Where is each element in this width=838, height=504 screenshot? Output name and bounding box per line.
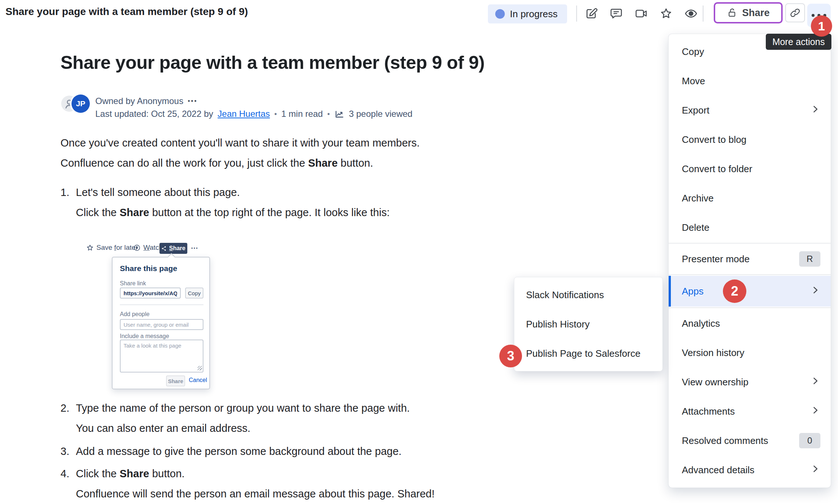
annotation-badge-3: 3 [499, 345, 522, 367]
share-button[interactable]: Share [714, 2, 783, 23]
submenu-item-slack-notifications[interactable]: Slack Notifications [514, 280, 662, 310]
comments-button[interactable] [609, 6, 624, 21]
eye-icon [684, 7, 698, 20]
annotation-badge-1: 1 [811, 15, 832, 37]
watch-button[interactable] [683, 6, 699, 21]
dialog-share-button: Share [166, 375, 185, 386]
chevron-right-icon [810, 104, 820, 117]
list-item-3: 3.Add a message to give the person some … [60, 445, 401, 458]
menu-divider [669, 274, 831, 275]
eye-icon [133, 244, 141, 252]
chevron-right-icon [810, 464, 820, 477]
star-icon [86, 244, 94, 252]
byline-owner: Owned by Anonymous ••• [95, 96, 198, 106]
window-title: Share your page with a team member (step… [5, 6, 248, 18]
share-dialog: Share this page Share link Copy Add peop… [112, 257, 210, 389]
list-item-2: 2.Type the name of the person or group y… [60, 401, 410, 415]
chevron-right-icon [810, 376, 820, 389]
ellipsis-icon [812, 14, 815, 17]
menu-item-archive[interactable]: Archive [669, 184, 831, 213]
menu-item-attachments[interactable]: Attachments [669, 397, 831, 426]
mini-more-button: ... [191, 242, 198, 251]
byline-meta: Last updated: Oct 25, 2022 by Jean Huert… [95, 109, 412, 119]
share-link-input[interactable] [120, 288, 181, 299]
menu-item-resolved-comments[interactable]: Resolved comments 0 [669, 426, 831, 455]
chevron-right-icon [810, 405, 820, 418]
favorite-button[interactable] [658, 6, 674, 21]
submenu-item-publish-page-to-salesforce[interactable]: Publish Page to Salesforce [514, 339, 662, 368]
paragraph-line: Once you've created content you'll want … [60, 136, 420, 149]
owned-by-text: Owned by Anonymous [95, 96, 183, 106]
share-link-label: Share link [120, 280, 146, 287]
mini-watch-button: Watch [133, 244, 163, 252]
list-item-4-line-2: Confluence will send the person an email… [76, 487, 435, 500]
last-updated-text: Last updated: Oct 25, 2022 by [95, 109, 213, 119]
menu-item-delete[interactable]: Delete [669, 213, 831, 242]
copy-link-button[interactable] [785, 3, 805, 22]
dialog-divider [120, 304, 203, 305]
people-viewed[interactable]: 3 people viewed [349, 109, 412, 119]
dialog-title: Share this page [120, 264, 177, 273]
unlocked-padlock-icon [727, 7, 738, 18]
list-item-2-line-2: You can also enter an email address. [76, 422, 250, 435]
menu-divider [669, 243, 831, 244]
list-item-1: 1.Let's tell someone about this page. [60, 186, 240, 199]
resize-handle-icon [198, 366, 202, 370]
message-textarea[interactable] [120, 340, 203, 373]
share-button-label: Share [742, 7, 769, 19]
video-camera-icon [635, 7, 648, 20]
share-nodes-icon [161, 246, 167, 251]
star-icon [659, 7, 673, 20]
chevron-right-icon [810, 285, 820, 298]
add-people-input[interactable] [120, 319, 203, 330]
page-toolbar [584, 6, 699, 21]
menu-item-analytics[interactable]: Analytics [669, 309, 831, 338]
chain-link-icon [789, 7, 801, 19]
line-chart-up-icon [334, 109, 345, 119]
menu-item-version-history[interactable]: Version history [669, 338, 831, 367]
include-message-label: Include a message [120, 333, 169, 340]
status-badge[interactable]: In progress [488, 4, 567, 23]
menu-item-convert-to-blog[interactable]: Convert to blog [669, 125, 831, 154]
count-badge: 0 [799, 433, 820, 448]
annotation-badge-2: 2 [723, 279, 746, 303]
menu-item-move[interactable]: Move [669, 66, 831, 96]
paragraph-line: Confluence can do all the work for you, … [60, 156, 373, 170]
mini-save-for-later-button: Save for later [86, 244, 138, 252]
read-time: 1 min read [281, 109, 323, 119]
menu-item-advanced-details[interactable]: Advanced details [669, 455, 831, 485]
list-item-4: 4.Click the Share button. [60, 467, 185, 480]
dialog-cancel-link: Cancel [189, 377, 207, 383]
page-title: Share your page with a team member (step… [60, 52, 485, 73]
menu-item-export[interactable]: Export [669, 96, 831, 125]
submenu-item-publish-history[interactable]: Publish History [514, 310, 662, 339]
menu-item-apps[interactable]: Apps 2 [669, 276, 831, 307]
menu-divider [669, 307, 831, 308]
menu-item-view-ownership[interactable]: View ownership [669, 367, 831, 397]
owner-more-button[interactable]: ••• [188, 97, 198, 105]
toolbar-divider [576, 5, 577, 22]
menu-item-convert-to-folder[interactable]: Convert to folder [669, 154, 831, 184]
speech-bubble-icon [610, 7, 623, 20]
add-people-label: Add people [120, 311, 150, 318]
toolbar-divider [703, 5, 703, 22]
copy-button: Copy [185, 288, 203, 299]
status-label: In progress [510, 8, 558, 20]
status-dot-icon [495, 9, 505, 19]
more-actions-menu: Copy Move Export Convert to blog Convert… [668, 34, 831, 488]
confluence-page: Share your page with a team member (step… [0, 0, 838, 504]
updated-by-link[interactable]: Jean Huertas [218, 109, 270, 119]
edit-button[interactable] [584, 6, 599, 21]
pencil-square-icon [585, 7, 598, 20]
embedded-screenshot: Save for later Watch Share ... Share thi… [82, 240, 218, 394]
mini-share-button: Share [159, 243, 187, 254]
menu-item-presenter-mode[interactable]: Presenter mode R [669, 244, 831, 274]
shortcut-badge: R [799, 251, 820, 267]
video-button[interactable] [633, 6, 649, 21]
apps-submenu: Slack Notifications Publish History Publ… [514, 277, 663, 371]
avatar-jp[interactable]: JP [71, 94, 90, 113]
list-item-1-line-2: Click the Share button at the top right … [76, 206, 390, 219]
